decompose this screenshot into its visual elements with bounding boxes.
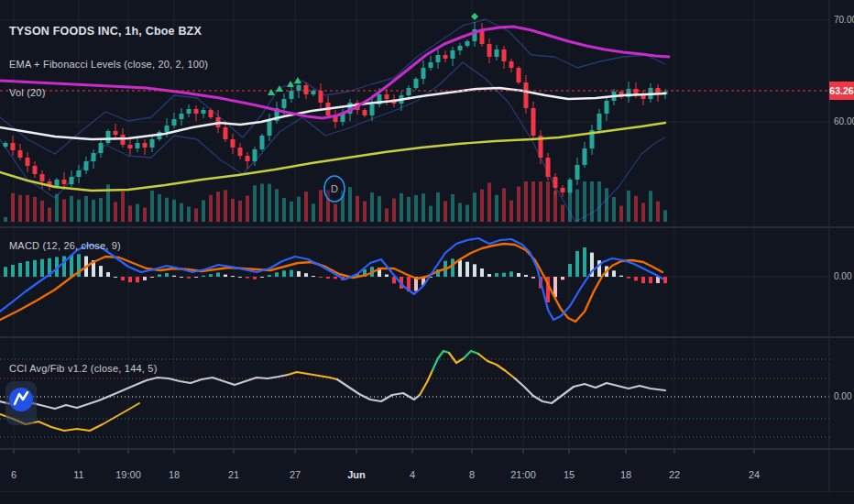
macd-histogram-bar (531, 277, 535, 279)
candle-body (370, 104, 375, 115)
candle-body (33, 166, 38, 174)
macd-histogram-bar (253, 277, 257, 279)
volume-bar (429, 206, 432, 222)
last-price-tag: 63.26 (829, 82, 854, 100)
volume-bar (268, 184, 271, 222)
indicator-legend-macd[interactable]: MACD (12, 26, close, 9) (9, 240, 121, 251)
candle-body (165, 126, 170, 132)
candle-body (99, 143, 104, 153)
volume-bar (312, 203, 315, 222)
candle-body (422, 68, 426, 79)
candle-body (114, 131, 118, 135)
indicator-legend-volume[interactable]: Vol (20) (9, 87, 46, 98)
macd-histogram-bar (312, 276, 315, 277)
time-axis-label: 18 (620, 469, 631, 480)
macd-histogram-bar (209, 274, 213, 277)
volume-bar (546, 181, 550, 222)
volume-bar (509, 201, 513, 222)
candle-body (150, 139, 155, 148)
candle-body (18, 150, 23, 158)
candle-body (553, 177, 558, 188)
volume-bar (253, 185, 257, 222)
logo-circle (9, 388, 33, 411)
candle-body (290, 91, 294, 99)
volume-bar (656, 202, 660, 222)
candle-body (187, 109, 192, 114)
candle-body (568, 180, 573, 192)
volume-bar (641, 203, 645, 222)
volume-bar (619, 206, 623, 222)
candle-body (172, 119, 177, 126)
macd-histogram-bar (268, 275, 271, 277)
candle-body (128, 145, 133, 148)
candle-body (319, 91, 323, 103)
candle-body (436, 55, 441, 62)
candle-body (143, 143, 148, 148)
volume-bar (451, 194, 454, 222)
volume-bar (4, 217, 7, 222)
candle-body (246, 156, 250, 161)
volume-bar (385, 209, 389, 223)
candle-body (55, 180, 60, 186)
candle-body (443, 55, 448, 59)
price-axis-label: 60.00 (834, 116, 854, 126)
volume-bar (634, 196, 638, 222)
macd-histogram-bar (641, 277, 645, 283)
volume-bar (465, 205, 469, 223)
macd-histogram-bar (319, 277, 323, 278)
time-axis-label: 18 (169, 469, 180, 480)
time-axis-label: 19:00 (115, 469, 141, 480)
time-axis-label: 27 (290, 469, 301, 480)
volume-bar (356, 196, 359, 222)
volume-bar (627, 191, 630, 222)
macd-histogram-bar (246, 277, 249, 279)
candle-body (231, 139, 235, 148)
price-axis-label: 0.00 (834, 391, 851, 401)
volume-bar (539, 181, 542, 222)
time-axis-label: 24 (749, 469, 760, 480)
macd-histogram-bar (458, 260, 462, 277)
macd-histogram-bar (480, 268, 484, 277)
candle-body (363, 110, 367, 115)
candle-body (209, 110, 214, 117)
volume-bar (605, 188, 608, 222)
macd-histogram-bar (158, 274, 161, 277)
macd-histogram-bar (114, 277, 117, 278)
volume-bar (290, 202, 293, 222)
candle-body (106, 131, 111, 143)
indicator-legend-cci[interactable]: CCI Avg/Fib v1.2 (close, 144, 5) (9, 363, 158, 374)
volume-bar (378, 196, 381, 222)
volume-bar (194, 209, 198, 223)
macd-histogram-bar (216, 272, 220, 277)
chart-canvas[interactable]: D (0, 0, 854, 504)
macd-histogram-bar (194, 277, 198, 278)
macd-histogram-bar (121, 277, 125, 280)
volume-bar (77, 200, 81, 222)
candle-body (260, 136, 265, 149)
tradingview-logo[interactable] (5, 381, 38, 427)
volume-bar (480, 190, 484, 222)
candle-body (11, 143, 16, 150)
volume-bar (158, 194, 161, 222)
volume-bar (649, 191, 652, 222)
time-axis-label: 15 (564, 469, 575, 480)
macd-histogram-bar (619, 276, 623, 277)
candle-body (297, 85, 301, 91)
macd-histogram-bar (224, 275, 227, 277)
symbol-legend[interactable]: TYSON FOODS INC, 1h, Cboe BZX (9, 25, 202, 38)
candle-body (495, 49, 499, 57)
candle-body (597, 114, 602, 130)
macd-histogram-bar (612, 270, 616, 277)
macd-histogram-bar (202, 276, 205, 277)
macd-histogram-bar (275, 272, 279, 277)
candle-body (465, 41, 470, 46)
volume-bar (26, 195, 29, 222)
candle-body (84, 161, 89, 170)
candle-body (70, 177, 74, 184)
volume-bar (275, 189, 279, 222)
candle-body (641, 95, 646, 99)
indicator-legend-ema-fib[interactable]: EMA + Fibonacci Levels (close, 20, 2, 10… (9, 59, 208, 70)
tradingview-chart-window: D TYSON FOODS INC, 1h, Cboe BZX EMA + Fi… (0, 0, 854, 504)
macd-histogram-bar (106, 272, 110, 277)
volume-bar (334, 204, 337, 222)
